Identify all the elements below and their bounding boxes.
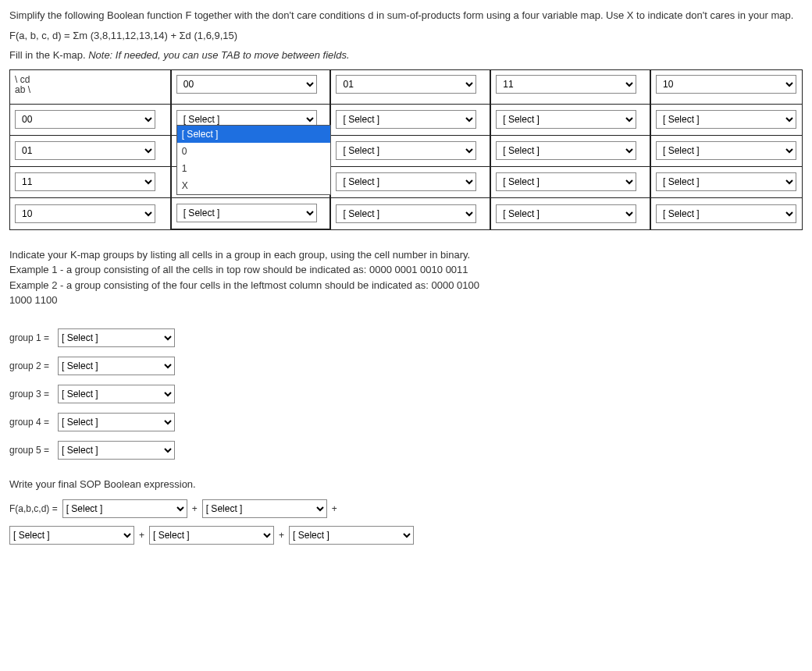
corner-top: \ cd xyxy=(15,75,30,85)
kmap-rowheader-select-11[interactable]: 11 xyxy=(15,172,155,191)
kmap-cell-01-01[interactable]: [ Select ] xyxy=(336,141,476,160)
sop-term-1[interactable]: [ Select ] xyxy=(62,499,187,518)
groups-example-1: Example 1 - a group consisting of all th… xyxy=(9,262,493,278)
dropdown-option-select[interactable]: [ Select ] xyxy=(177,126,330,143)
group-1-select[interactable]: [ Select ] xyxy=(58,328,175,347)
sop-section: Write your final SOP Boolean expression.… xyxy=(9,477,493,545)
kmap-cell-00-01[interactable]: [ Select ] xyxy=(336,110,476,129)
sop-plus-2: + xyxy=(330,502,339,516)
group-5-label: group 5 = xyxy=(9,443,58,457)
kmap-cell-10-01[interactable]: [ Select ] xyxy=(336,204,476,223)
kmap-rowheader-select-10[interactable]: 10 xyxy=(15,204,155,223)
group-4-row: group 4 = [ Select ] xyxy=(9,413,493,431)
kmap-colheader-select-01[interactable]: 01 xyxy=(336,75,476,94)
tab-note: Note: If needed, you can use TAB to move… xyxy=(88,49,349,61)
fill-kmap-label: Fill in the K-map. xyxy=(9,49,88,61)
kmap-col-11: 11 [ Select ] [ Select ] [ Select ] [ Se… xyxy=(490,69,650,230)
kmap-colheader-select-10[interactable]: 10 xyxy=(656,75,796,94)
sop-term-2[interactable]: [ Select ] xyxy=(202,499,327,518)
group-2-select[interactable]: [ Select ] xyxy=(58,357,175,375)
kmap-cell-dropdown-open[interactable]: [ Select ] 0 1 X xyxy=(176,125,331,195)
kmap-row-10: 10 xyxy=(10,198,170,229)
group-2-row: group 2 = [ Select ] xyxy=(9,357,493,375)
sop-plus-1: + xyxy=(191,502,199,516)
kmap-colheader-00: 00 xyxy=(172,70,330,105)
sop-line-2: [ Select ] + [ Select ] + [ Select ] xyxy=(9,526,493,545)
kmap-cell-11-01[interactable]: [ Select ] xyxy=(336,172,476,191)
group-4-select[interactable]: [ Select ] xyxy=(58,413,175,431)
groups-intro: Indicate your K-map groups by listing al… xyxy=(9,247,493,263)
sop-term-5[interactable]: [ Select ] xyxy=(289,526,414,545)
kmap-col-01: 01 [ Select ] [ Select ] [ Select ] [ Se… xyxy=(330,69,490,230)
sop-term-4[interactable]: [ Select ] xyxy=(149,526,274,545)
question-equation: F(a, b, c, d) = Σm (3,8,11,12,13,14) + Σ… xyxy=(9,28,803,44)
kmap-cell-01-10[interactable]: [ Select ] xyxy=(656,141,796,160)
question-line-3: Fill in the K-map. Note: If needed, you … xyxy=(9,48,803,63)
kmap-cell-11-11[interactable]: [ Select ] xyxy=(496,172,636,191)
kmap-rowheader-select-01[interactable]: 01 xyxy=(15,141,155,160)
kmap-cell-11-10[interactable]: [ Select ] xyxy=(656,172,796,191)
kmap-colheader-select-00[interactable]: 00 xyxy=(176,75,317,94)
groups-example-2: Example 2 - a group consisting of the fo… xyxy=(9,278,493,308)
kmap-cell-10-11[interactable]: [ Select ] xyxy=(496,204,636,223)
kmap-cell-10-00[interactable]: [ Select ] xyxy=(176,204,317,222)
kmap-cell-00-10[interactable]: [ Select ] xyxy=(656,110,796,129)
kmap-cell-00-11[interactable]: [ Select ] xyxy=(496,110,636,129)
sop-term-3[interactable]: [ Select ] xyxy=(9,526,134,545)
dropdown-option-0[interactable]: 0 xyxy=(177,143,330,160)
group-2-label: group 2 = xyxy=(9,359,58,373)
group-4-label: group 4 = xyxy=(9,415,58,429)
kmap-corner-cell: \ cd ab \ xyxy=(10,70,170,105)
sop-plus-4: + xyxy=(277,528,286,542)
group-3-select[interactable]: [ Select ] xyxy=(58,385,175,403)
kmap-row-00: 00 xyxy=(10,105,170,136)
corner-bot: ab \ xyxy=(15,85,30,95)
kmap-table: \ cd ab \ 00 01 11 10 00 [ Select ] x [ … xyxy=(9,69,803,230)
kmap-rowheader-select-00[interactable]: 00 xyxy=(15,110,155,129)
sop-title: Write your final SOP Boolean expression. xyxy=(9,477,493,492)
question-line-1: Simplify the following Boolean function … xyxy=(9,8,803,23)
groups-section: Indicate your K-map groups by listing al… xyxy=(9,247,493,460)
group-3-label: group 3 = xyxy=(9,387,58,401)
kmap-colheader-select-11[interactable]: 11 xyxy=(496,75,636,94)
kmap-rowheader-column: \ cd ab \ 00 01 11 10 xyxy=(9,69,171,230)
group-5-row: group 5 = [ Select ] xyxy=(9,441,493,460)
group-1-row: group 1 = [ Select ] xyxy=(9,328,493,347)
kmap-col-10: 10 [ Select ] [ Select ] [ Select ] [ Se… xyxy=(650,69,803,230)
sop-line-1: F(a,b,c,d) = [ Select ] + [ Select ] + xyxy=(9,499,493,518)
kmap-row-11: 11 xyxy=(10,167,170,198)
group-1-label: group 1 = xyxy=(9,331,58,345)
group-5-select[interactable]: [ Select ] xyxy=(58,441,175,460)
sop-plus-3: + xyxy=(137,528,146,542)
sop-f-label: F(a,b,c,d) = xyxy=(9,502,58,516)
kmap-cell-01-11[interactable]: [ Select ] xyxy=(496,141,636,160)
dropdown-option-x[interactable]: X xyxy=(177,177,330,194)
kmap-col-00: 00 [ Select ] x [ Select ] [ Select ] [ … xyxy=(171,69,331,230)
kmap-row-01: 01 xyxy=(10,136,170,167)
dropdown-option-1[interactable]: 1 xyxy=(177,160,330,177)
kmap-cell-10-10[interactable]: [ Select ] xyxy=(656,204,796,223)
group-3-row: group 3 = [ Select ] xyxy=(9,385,493,403)
